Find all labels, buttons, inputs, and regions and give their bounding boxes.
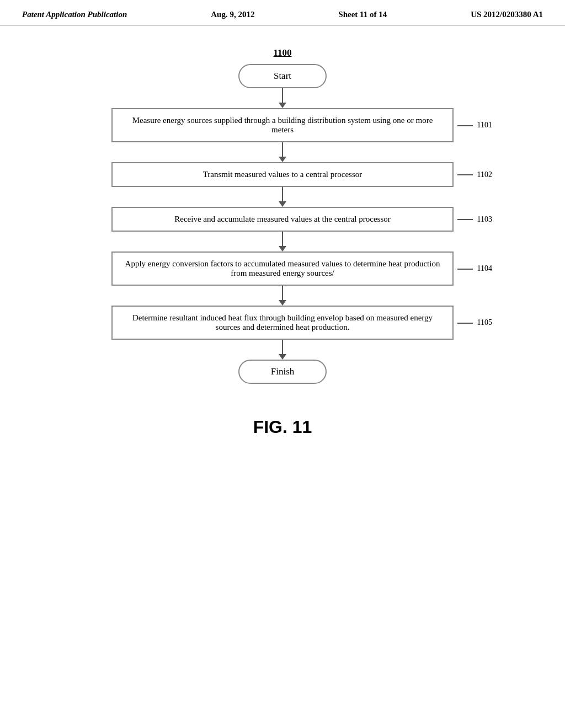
arrow-5 <box>279 286 286 306</box>
step-5-text: Determine resultant induced heat flux th… <box>132 313 433 331</box>
step-3-label: 1103 <box>457 215 492 224</box>
step-5-box: Determine resultant induced heat flux th… <box>111 306 454 340</box>
step-3-text: Receive and accumulate measured values a… <box>174 215 390 223</box>
step-1-text: Measure energy sources supplied through … <box>132 116 433 134</box>
arrow-3 <box>279 187 286 207</box>
patent-number: US 2012/0203380 A1 <box>471 10 543 19</box>
diagram-id: 1100 <box>273 47 291 58</box>
arrow-4 <box>279 232 286 251</box>
page-header: Patent Application Publication Aug. 9, 2… <box>0 0 565 25</box>
arrow-1 <box>279 88 286 108</box>
publication-title: Patent Application Publication <box>22 10 127 19</box>
arrow-6 <box>279 340 286 360</box>
step-wrapper-3: Receive and accumulate measured values a… <box>111 207 454 232</box>
flowchart: 1100 Start Measure energy sources suppli… <box>111 47 454 384</box>
figure-caption: FIG. 11 <box>253 417 312 437</box>
step-2-box: Transmit measured values to a central pr… <box>111 162 454 187</box>
step-1-label: 1101 <box>457 121 492 130</box>
step-wrapper-5: Determine resultant induced heat flux th… <box>111 306 454 340</box>
step-4-label: 1104 <box>457 264 492 273</box>
publication-date: Aug. 9, 2012 <box>211 10 254 19</box>
step-wrapper-4: Apply energy conversion factors to accum… <box>111 251 454 286</box>
step-4-box: Apply energy conversion factors to accum… <box>111 251 454 286</box>
step-5-label: 1105 <box>457 318 492 327</box>
arrow-2 <box>279 142 286 162</box>
step-wrapper-1: Measure energy sources supplied through … <box>111 108 454 142</box>
main-content: 1100 Start Measure energy sources suppli… <box>0 25 565 459</box>
step-3-box: Receive and accumulate measured values a… <box>111 207 454 232</box>
step-2-text: Transmit measured values to a central pr… <box>203 170 363 179</box>
step-wrapper-2: Transmit measured values to a central pr… <box>111 162 454 187</box>
step-2-label: 1102 <box>457 170 492 179</box>
sheet-info: Sheet 11 of 14 <box>338 10 387 19</box>
step-4-text: Apply energy conversion factors to accum… <box>125 259 440 277</box>
start-node: Start <box>238 64 327 88</box>
finish-node: Finish <box>238 360 327 384</box>
step-1-box: Measure energy sources supplied through … <box>111 108 454 142</box>
